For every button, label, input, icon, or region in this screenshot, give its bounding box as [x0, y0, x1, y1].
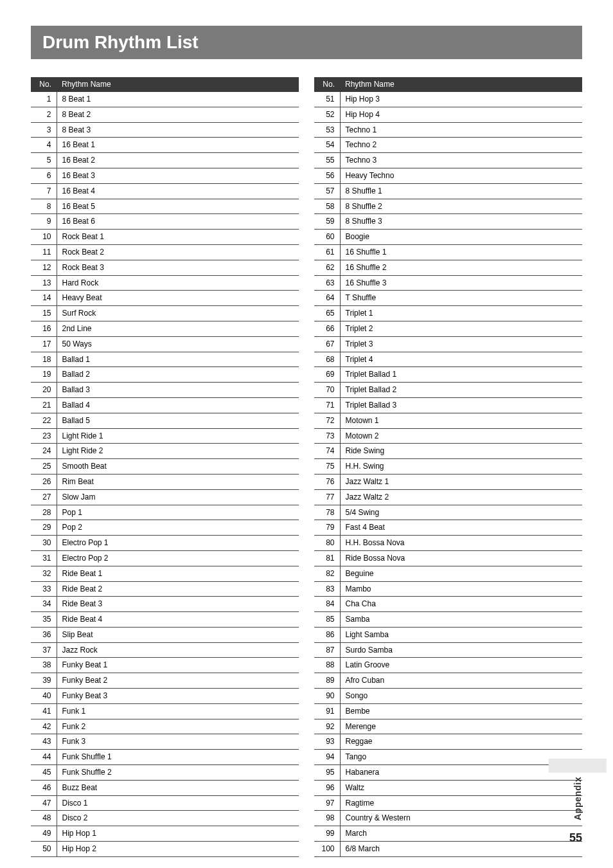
table-row: 37Jazz Rock: [31, 642, 299, 658]
row-no: 32: [31, 566, 57, 581]
row-no: 58: [314, 199, 340, 214]
row-no: 91: [314, 703, 340, 719]
row-name: Afro Cuban: [340, 673, 582, 689]
row-name: Buzz Beat: [57, 780, 299, 795]
row-no: 6: [31, 168, 57, 183]
row-name: Funk Shuffle 2: [57, 765, 299, 781]
row-no: 19: [31, 367, 57, 383]
table-row: 82Beguine: [314, 566, 582, 581]
row-name: 16 Shuffle 2: [340, 260, 582, 275]
row-name: Triplet Ballad 2: [340, 383, 582, 398]
table-row: 26Rim Beat: [31, 474, 299, 489]
left-column: No. Rhythm Name 18 Beat 128 Beat 238 Bea…: [31, 77, 299, 857]
table-row: 43Funk 3: [31, 734, 299, 750]
table-row: 15Surf Rock: [31, 306, 299, 321]
table-row: 1750 Ways: [31, 336, 299, 352]
row-no: 97: [314, 795, 340, 811]
table-row: 47Disco 1: [31, 795, 299, 811]
row-no: 73: [314, 428, 340, 444]
row-no: 20: [31, 383, 57, 398]
row-name: Slip Beat: [57, 627, 299, 642]
row-no: 12: [31, 260, 57, 275]
row-name: Funk 3: [57, 734, 299, 750]
row-no: 86: [314, 627, 340, 642]
row-name: 16 Beat 2: [57, 153, 299, 168]
table-row: 45Funk Shuffle 2: [31, 765, 299, 781]
row-no: 45: [31, 765, 57, 781]
rhythm-table-left: No. Rhythm Name 18 Beat 128 Beat 238 Bea…: [31, 77, 299, 857]
row-no: 98: [314, 811, 340, 826]
row-no: 76: [314, 474, 340, 489]
row-name: Boogie: [340, 230, 582, 245]
row-no: 78: [314, 505, 340, 520]
row-no: 99: [314, 826, 340, 842]
row-no: 14: [31, 291, 57, 306]
row-name: Tango: [340, 750, 582, 765]
row-name: 16 Beat 3: [57, 168, 299, 183]
row-no: 68: [314, 352, 340, 367]
row-no: 21: [31, 397, 57, 413]
row-no: 25: [31, 459, 57, 475]
row-no: 44: [31, 750, 57, 765]
row-name: Funky Beat 1: [57, 658, 299, 673]
row-name: 8 Beat 2: [57, 107, 299, 122]
table-row: 578 Shuffle 1: [314, 183, 582, 199]
row-no: 16: [31, 321, 57, 336]
table-row: 97Ragtime: [314, 795, 582, 811]
row-name: Funk 1: [57, 703, 299, 719]
table-row: 32Ride Beat 1: [31, 566, 299, 581]
table-row: 6116 Shuffle 1: [314, 244, 582, 260]
table-row: 81Ride Bossa Nova: [314, 550, 582, 566]
table-row: 39Funky Beat 2: [31, 673, 299, 689]
row-no: 43: [31, 734, 57, 750]
table-row: 12Rock Beat 3: [31, 260, 299, 275]
row-name: Beguine: [340, 566, 582, 581]
table-row: 20Ballad 3: [31, 383, 299, 398]
row-name: Rim Beat: [57, 474, 299, 489]
row-no: 65: [314, 306, 340, 321]
table-row: 49Hip Hop 1: [31, 826, 299, 842]
table-row: 67Triplet 3: [314, 336, 582, 352]
table-row: 31Electro Pop 2: [31, 550, 299, 566]
row-no: 42: [31, 719, 57, 734]
table-row: 14Heavy Beat: [31, 291, 299, 306]
row-name: Heavy Techno: [340, 168, 582, 183]
row-name: Ride Beat 3: [57, 597, 299, 612]
row-name: Triplet 4: [340, 352, 582, 367]
row-name: 8 Beat 3: [57, 122, 299, 138]
row-name: 6/8 March: [340, 842, 582, 857]
row-name: 5/4 Swing: [340, 505, 582, 520]
row-no: 93: [314, 734, 340, 750]
row-name: Triplet Ballad 3: [340, 397, 582, 413]
row-name: Hip Hop 3: [340, 92, 582, 107]
table-row: 19Ballad 2: [31, 367, 299, 383]
header-no: No.: [314, 77, 340, 92]
row-no: 48: [31, 811, 57, 826]
row-name: Disco 2: [57, 811, 299, 826]
tables-container: No. Rhythm Name 18 Beat 128 Beat 238 Bea…: [31, 77, 582, 857]
right-tbody: 51Hip Hop 352Hip Hop 453Techno 154Techno…: [314, 92, 582, 857]
row-name: Ballad 2: [57, 367, 299, 383]
row-no: 46: [31, 780, 57, 795]
table-row: 11Rock Beat 2: [31, 244, 299, 260]
table-row: 76Jazz Waltz 1: [314, 474, 582, 489]
row-no: 37: [31, 642, 57, 658]
table-row: 38 Beat 3: [31, 122, 299, 138]
table-row: 71Triplet Ballad 3: [314, 397, 582, 413]
row-name: Triplet 3: [340, 336, 582, 352]
row-no: 90: [314, 689, 340, 704]
table-row: 10Rock Beat 1: [31, 230, 299, 245]
row-name: 16 Shuffle 1: [340, 244, 582, 260]
table-row: 35Ride Beat 4: [31, 612, 299, 628]
table-row: 588 Shuffle 2: [314, 199, 582, 214]
row-no: 89: [314, 673, 340, 689]
row-no: 75: [314, 459, 340, 475]
row-no: 4: [31, 138, 57, 153]
row-name: Fast 4 Beat: [340, 520, 582, 536]
row-no: 87: [314, 642, 340, 658]
table-row: 87Surdo Samba: [314, 642, 582, 658]
row-name: Ride Beat 2: [57, 581, 299, 597]
row-name: Triplet 2: [340, 321, 582, 336]
table-row: 80H.H. Bossa Nova: [314, 536, 582, 551]
page-number: 55: [569, 831, 582, 845]
